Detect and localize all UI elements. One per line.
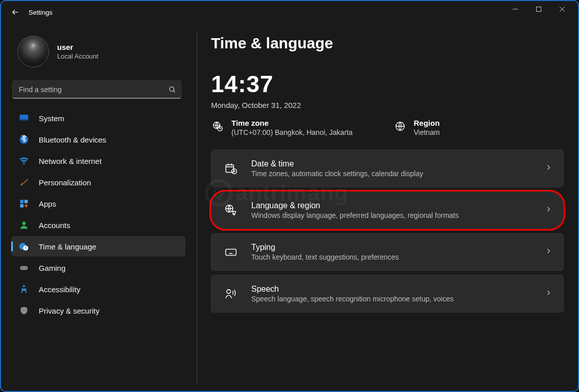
card-title: Typing [251,243,532,252]
chevron-right-icon [545,206,552,215]
body-area: user Local Account System Bluetooth & de… [1,23,578,391]
sidebar-item-label: Apps [39,200,56,208]
person-icon [18,219,30,231]
accessibility-icon [18,284,30,295]
sidebar-item-label: Time & language [39,242,96,251]
info-row: Time zone (UTC+07:00) Bangkok, Hanoi, Ja… [211,119,564,136]
sidebar-item-label: Bluetooth & devices [39,135,107,144]
profile-subtitle: Local Account [57,52,98,60]
svg-rect-24 [226,164,233,172]
svg-rect-27 [226,249,236,256]
sidebar-item-apps[interactable]: Apps [11,193,186,214]
search-icon [168,80,176,99]
shield-icon [18,305,30,316]
svg-rect-7 [20,120,29,121]
chevron-right-icon [545,289,552,298]
card-speech[interactable]: Speech Speech language, speech recogniti… [211,275,564,313]
sidebar: user Local Account System Bluetooth & de… [1,23,190,391]
sidebar-nav: System Bluetooth & devices Network & int… [11,108,186,321]
svg-rect-10 [20,200,24,204]
gamepad-icon [18,262,30,273]
arrow-left-icon [11,8,20,17]
svg-point-14 [22,221,26,225]
svg-rect-13 [24,204,28,208]
sidebar-item-privacy[interactable]: Privacy & security [11,300,186,321]
page-title: Time & language [211,35,564,52]
back-button[interactable] [5,3,25,21]
chevron-right-icon [545,247,552,257]
sidebar-item-personalization[interactable]: Personalization [11,172,186,192]
svg-rect-1 [537,7,541,12]
svg-line-5 [173,91,175,92]
sidebar-item-system[interactable]: System [11,108,186,128]
card-date-time[interactable]: Date & time Time zones, automatic clock … [211,150,564,187]
timezone-title: Time zone [231,119,353,127]
sidebar-item-label: Accessibility [39,285,81,294]
timezone-block[interactable]: Time zone (UTC+07:00) Bangkok, Hanoi, Ja… [211,119,353,136]
settings-window: Settings user Local Account [0,0,579,392]
card-language-region[interactable]: Language & region Windows display langua… [211,191,564,229]
card-title: Speech [251,285,532,294]
speech-icon [224,287,238,301]
svg-point-9 [23,163,24,164]
sidebar-item-label: Gaming [39,264,66,272]
minimize-button[interactable] [504,1,527,17]
card-subtitle: Windows display language, preferred lang… [251,211,532,219]
card-typing[interactable]: Typing Touch keyboard, text suggestions,… [211,233,564,271]
sidebar-item-gaming[interactable]: Gaming [11,258,186,278]
svg-point-4 [170,87,174,92]
sidebar-item-label: Privacy & security [39,306,99,315]
region-block[interactable]: Region Vietnam [393,119,440,136]
card-subtitle: Touch keyboard, text suggestions, prefer… [251,253,532,261]
svg-point-20 [23,285,25,287]
svg-rect-11 [24,200,28,204]
clock-time: 14:37 [211,70,564,98]
svg-rect-12 [20,204,24,208]
apps-icon [18,198,30,209]
sidebar-item-label: Personalization [39,178,91,187]
card-subtitle: Time zones, automatic clock settings, ca… [251,170,532,178]
card-title: Language & region [251,201,532,210]
sidebar-item-time-language[interactable]: Time & language [11,236,186,257]
close-button[interactable] [550,1,574,17]
bluetooth-icon [18,134,30,145]
maximize-button[interactable] [527,1,550,17]
card-title: Date & time [251,159,532,169]
main-content: Time & language 14:37 Monday, October 31… [190,23,578,391]
sidebar-item-accessibility[interactable]: Accessibility [11,279,186,299]
minimize-icon [512,6,518,12]
language-icon [224,203,238,217]
globe-icon [393,120,407,133]
window-controls [504,1,574,23]
system-icon [18,113,30,124]
card-subtitle: Speech language, speech recognition micr… [251,295,532,303]
sidebar-item-bluetooth[interactable]: Bluetooth & devices [11,129,186,150]
maximize-icon [536,6,542,12]
sidebar-item-label: Accounts [39,221,70,230]
titlebar: Settings [1,1,578,23]
timezone-icon [211,120,224,133]
sidebar-item-label: Network & internet [39,157,101,165]
search-input[interactable] [12,80,181,99]
timezone-value: (UTC+07:00) Bangkok, Hanoi, Jakarta [231,128,353,136]
svg-rect-17 [20,266,28,270]
svg-point-28 [227,290,231,294]
sidebar-item-accounts[interactable]: Accounts [11,215,186,235]
clock-globe-icon [18,241,30,252]
chevron-right-icon [545,164,552,173]
svg-point-18 [22,268,23,269]
keyboard-icon [224,245,238,259]
sidebar-item-network[interactable]: Network & internet [11,151,186,171]
clock-date: Monday, October 31, 2022 [211,101,564,109]
wifi-icon [18,155,30,166]
region-title: Region [414,119,440,127]
date-time-icon [224,161,238,176]
profile-block[interactable]: user Local Account [11,26,186,78]
svg-point-19 [25,268,27,269]
app-title: Settings [29,9,52,16]
search-container [12,80,181,99]
avatar [17,36,49,67]
profile-name: user [57,43,98,51]
close-icon [559,6,565,12]
region-value: Vietnam [414,128,440,136]
